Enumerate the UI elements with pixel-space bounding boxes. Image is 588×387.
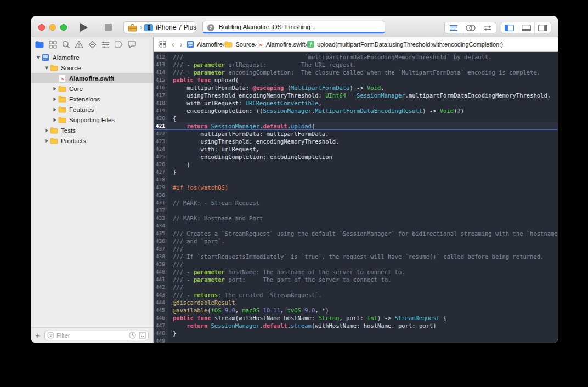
line-number[interactable]: 433	[154, 214, 168, 222]
assistant-editor-button[interactable]	[462, 22, 479, 33]
code-line-436[interactable]: 436/// and `port`.	[154, 237, 558, 245]
code-line-435[interactable]: 435/// Creates a `StreamRequest` using t…	[154, 230, 558, 237]
tree-item-extensions[interactable]: Extensions	[31, 94, 153, 104]
line-number[interactable]: 447	[154, 322, 168, 329]
line-number[interactable]: 412	[154, 53, 168, 61]
tree-item-alamofire-swift[interactable]: Alamofire.swift	[31, 73, 153, 83]
line-number[interactable]: 432	[154, 207, 168, 214]
disclosure-triangle-closed[interactable]	[52, 117, 58, 123]
code-line-448[interactable]: 448}	[154, 329, 558, 337]
line-number[interactable]: 444	[154, 299, 168, 306]
line-number[interactable]: 426	[154, 161, 168, 168]
code-line-416[interactable]: 416 multipartFormData: @escaping (Multip…	[154, 84, 558, 92]
breadcrumb-segment-alamofire-swift[interactable]: Alamofire.swift	[257, 41, 306, 48]
code-line-443[interactable]: 443/// - returns: The created `StreamReq…	[154, 291, 558, 299]
line-number[interactable]: 446	[154, 314, 168, 322]
line-number[interactable]: 428	[154, 176, 168, 184]
disclosure-triangle-closed[interactable]	[52, 96, 58, 102]
navigator-tab-project-active[interactable]	[35, 40, 44, 49]
code-line-417[interactable]: 417 usingThreshold encodingMemoryThresho…	[154, 92, 558, 99]
line-number[interactable]: 417	[154, 92, 168, 99]
scm-status-icon[interactable]	[139, 332, 146, 339]
tree-item-features[interactable]: Features	[31, 104, 153, 115]
line-number[interactable]: 441	[154, 276, 168, 283]
code-line-444[interactable]: 444@discardableResult	[154, 299, 558, 306]
code-line-432[interactable]: 432	[154, 207, 558, 214]
code-line-429[interactable]: 429#if !os(watchOS)	[154, 184, 558, 191]
disclosure-triangle-open[interactable]	[36, 55, 41, 60]
line-number[interactable]: 413	[154, 61, 168, 69]
forward-button[interactable]: ›	[180, 41, 183, 48]
tree-item-supporting-files[interactable]: Supporting Files	[31, 115, 153, 125]
line-number[interactable]: 439	[154, 260, 168, 268]
line-number[interactable]: 449	[154, 337, 168, 343]
inspector-toggle-button[interactable]	[534, 22, 551, 33]
recent-files-clock-icon[interactable]	[129, 332, 136, 339]
line-number[interactable]: 431	[154, 199, 168, 207]
line-number[interactable]: 422	[154, 130, 168, 138]
line-number[interactable]: 440	[154, 268, 168, 276]
code-line-434[interactable]: 434	[154, 222, 558, 230]
disclosure-triangle-open[interactable]	[44, 65, 49, 71]
tree-item-products[interactable]: Products	[31, 135, 153, 146]
minimize-window-button[interactable]	[49, 24, 56, 31]
disclosure-triangle-closed[interactable]	[44, 138, 49, 144]
line-number[interactable]: 430	[154, 191, 168, 199]
code-line-433[interactable]: 433// MARK: Hostname and Port	[154, 214, 558, 222]
line-number[interactable]: 442	[154, 283, 168, 291]
scheme-selector[interactable]: › iPhone 7 Plus	[123, 21, 195, 33]
code-line-420[interactable]: 420{	[154, 115, 558, 122]
code-line-418[interactable]: 418 with urlRequest: URLRequestConvertib…	[154, 99, 558, 107]
code-line-415[interactable]: 415public func upload(	[154, 76, 558, 84]
line-number[interactable]: 423	[154, 138, 168, 145]
navigator-tab-issues[interactable]	[75, 40, 83, 49]
code-line-427[interactable]: 427}	[154, 168, 558, 176]
code-line-449[interactable]: 449	[154, 337, 558, 343]
navigator-tab-tests[interactable]	[88, 40, 97, 49]
line-number[interactable]: 435	[154, 230, 168, 237]
zoom-window-button[interactable]	[60, 24, 67, 31]
related-items-icon[interactable]	[159, 41, 166, 48]
navigator-tab-reports[interactable]	[127, 40, 136, 49]
breadcrumb-segment-symbol[interactable]: fupload(multipartFormData:usingThreshold…	[307, 41, 503, 48]
navigator-tab-debug[interactable]	[101, 40, 110, 49]
code-line-439[interactable]: 439///	[154, 260, 558, 268]
code-line-424[interactable]: 424 with: urlRequest,	[154, 145, 558, 153]
code-line-442[interactable]: 442///	[154, 283, 558, 291]
code-line-428[interactable]: 428	[154, 176, 558, 184]
code-line-437[interactable]: 437///	[154, 245, 558, 253]
line-number[interactable]: 429	[154, 184, 168, 191]
back-button[interactable]: ‹	[172, 41, 174, 48]
add-item-button[interactable]: +	[31, 331, 44, 340]
debug-area-toggle-button[interactable]	[518, 22, 534, 33]
tree-item-tests[interactable]: Tests	[31, 125, 153, 135]
code-line-438[interactable]: 438/// If `startRequestsImmediately` is …	[154, 253, 558, 260]
line-number[interactable]: 443	[154, 291, 168, 299]
standard-editor-button[interactable]	[445, 22, 462, 33]
code-line-423[interactable]: 423 usingThreshold: encodingMemoryThresh…	[154, 138, 558, 145]
close-window-button[interactable]	[38, 24, 45, 31]
line-number[interactable]: 445	[154, 306, 168, 314]
code-line-412[interactable]: 412/// `multipartFormDataEncodingMemoryT…	[154, 53, 558, 61]
line-number[interactable]: 427	[154, 168, 168, 176]
filter-field[interactable]: Filter	[44, 331, 149, 340]
line-number[interactable]: 437	[154, 245, 168, 253]
disclosure-triangle-closed[interactable]	[44, 128, 49, 133]
code-line-447[interactable]: 447 return SessionManager.default.stream…	[154, 322, 558, 329]
disclosure-triangle-closed[interactable]	[52, 107, 58, 112]
code-line-426[interactable]: 426 )	[154, 161, 558, 168]
code-line-413[interactable]: 413/// - parameter urlRequest: The URL r…	[154, 61, 558, 69]
line-number[interactable]: 448	[154, 329, 168, 337]
code-line-422[interactable]: 422 multipartFormData: multipartFormData…	[154, 130, 558, 138]
code-line-440[interactable]: 440/// - parameter hostName: The hostnam…	[154, 268, 558, 276]
line-number[interactable]: 415	[154, 76, 168, 84]
line-number[interactable]: 436	[154, 237, 168, 245]
stop-button[interactable]	[105, 24, 112, 31]
code-line-430[interactable]: 430	[154, 191, 558, 199]
code-area[interactable]: 412/// `multipartFormDataEncodingMemoryT…	[154, 52, 558, 343]
disclosure-triangle-closed[interactable]	[52, 86, 58, 92]
run-button[interactable]	[78, 22, 89, 33]
code-line-421[interactable]: 421 return SessionManager.default.upload…	[154, 122, 558, 130]
code-line-425[interactable]: 425 encodingCompletion: encodingCompleti…	[154, 153, 558, 161]
navigator-tab-search[interactable]	[61, 40, 70, 49]
